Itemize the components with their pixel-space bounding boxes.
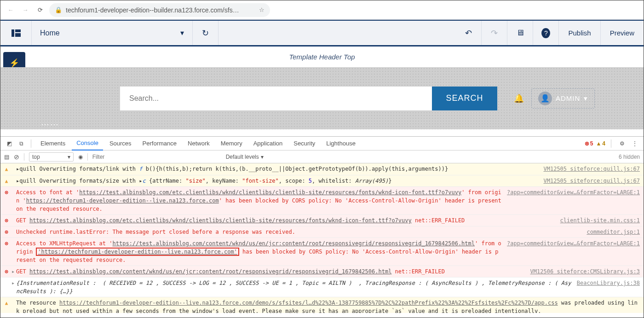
search-group: SEARCH — [120, 87, 497, 110]
sidebar-toggle-icon[interactable]: ▤ — [4, 154, 9, 160]
console-log[interactable]: ▸quill Overwriting formats/link with f b… — [0, 163, 644, 313]
chevron-down-icon: ▾ — [584, 94, 588, 103]
source-link[interactable]: BeaconLibrary.js:38 — [577, 279, 640, 287]
console-row[interactable]: ▸{InstrumentationResult : ( RECEIVED = 1… — [0, 278, 644, 297]
source-link[interactable]: VM12505 siteforce:quill.js:67 — [543, 165, 640, 173]
preview-button[interactable]: Preview — [601, 21, 644, 45]
back-button[interactable]: ← — [5, 5, 16, 16]
source-link[interactable]: commeditor.jsp:1 — [586, 228, 640, 236]
warning-count[interactable]: ▲ 4 — [596, 140, 605, 147]
svg-rect-0 — [12, 29, 14, 37]
template-header-label: Template Header Top — [0, 46, 644, 67]
redo-button[interactable]: ↷ — [482, 21, 507, 45]
help-button[interactable]: ? — [533, 21, 559, 45]
console-row[interactable]: The resource https://techforum1-develope… — [0, 297, 644, 313]
devtools-tab-performance[interactable]: Performance — [138, 137, 181, 150]
browser-chrome: ← → ⟳ 🔒 techforum1-developer-edition--bu… — [0, 0, 644, 20]
log-levels[interactable]: Default levels ▾ — [226, 154, 264, 160]
search-input[interactable] — [120, 87, 432, 110]
settings-icon[interactable]: ⚙ — [617, 140, 627, 147]
svg-rect-1 — [15, 29, 21, 32]
refresh-button[interactable]: ↻ — [193, 21, 218, 45]
source-link[interactable]: clientlib-site.min.css:1 — [560, 216, 640, 225]
console-row[interactable]: Access to font at 'https://test.albinsbl… — [0, 187, 644, 215]
device-toggle-icon[interactable]: ⧉ — [16, 140, 26, 147]
reload-button[interactable]: ⟳ — [34, 5, 46, 16]
devtools-tabs: ◩ ⧉ ElementsConsoleSourcesPerformanceNet… — [0, 137, 644, 150]
live-expression-icon[interactable]: ◉ — [78, 154, 83, 160]
console-toolbar: ▤ ⊘ top▾ ◉ Default levels ▾ 6 hidden — [0, 150, 644, 163]
console-row[interactable]: Unchecked runtime.lastError: The message… — [0, 226, 644, 238]
devtools-tab-lighthouse[interactable]: Lighthouse — [322, 137, 360, 150]
console-row[interactable]: ▸GET https://test.albinsblog.com/content… — [0, 266, 644, 278]
console-row[interactable]: ▸quill Overwriting formats/size with ▸c … — [0, 175, 644, 187]
error-count[interactable]: ⊗ 5 — [585, 140, 593, 147]
toolbar-spacer — [218, 21, 456, 45]
page-selector[interactable]: Home ▾ — [32, 21, 193, 45]
desktop-view-button[interactable]: 🖥 — [507, 21, 533, 45]
devtools-tab-network[interactable]: Network — [183, 137, 214, 150]
devtools-tab-elements[interactable]: Elements — [36, 137, 70, 150]
header-placeholder[interactable]: SEARCH 🔔 👤 ADMIN ▾ ⋯⋯ — [0, 67, 644, 129]
search-button[interactable]: SEARCH — [432, 87, 497, 110]
builder-toolbar: Home ▾ ↻ ↶ ↷ 🖥 ? Publish Preview — [0, 20, 644, 46]
url-text: techforum1-developer-edition--builder.na… — [66, 6, 255, 14]
hidden-count[interactable]: 6 hidden — [619, 154, 640, 160]
address-bar[interactable]: 🔒 techforum1-developer-edition--builder.… — [49, 3, 270, 17]
devtools-tab-console[interactable]: Console — [72, 137, 103, 150]
inspect-icon[interactable]: ◩ — [4, 140, 14, 147]
user-label: ADMIN — [556, 94, 580, 102]
drag-handle[interactable]: ⋯⋯ — [41, 119, 59, 129]
chevron-down-icon: ▾ — [180, 29, 184, 37]
app-logo[interactable] — [0, 21, 32, 45]
source-link[interactable]: VM12506 siteforce:CMSLibrary.js:3 — [530, 267, 640, 276]
console-row[interactable]: GET https://test.albinsblog.com/etc.clie… — [0, 215, 644, 226]
console-row[interactable]: ▸quill Overwriting formats/link with f b… — [0, 163, 644, 175]
page-label: Home — [40, 29, 60, 37]
devtools-panel: ◩ ⧉ ElementsConsoleSourcesPerformanceNet… — [0, 136, 644, 313]
lock-icon: 🔒 — [55, 6, 62, 13]
clear-console-icon[interactable]: ⊘ — [14, 153, 19, 161]
context-selector[interactable]: top▾ — [29, 152, 74, 162]
devtools-tab-application[interactable]: Application — [249, 137, 288, 150]
builder-canvas: ⚡ 🖌 Template Header Top SEARCH 🔔 👤 ADMIN… — [0, 46, 644, 136]
undo-button[interactable]: ↶ — [456, 21, 482, 45]
devtools-tab-sources[interactable]: Sources — [105, 137, 136, 150]
source-link[interactable]: ?app=commeditor&view…&formFactor=LARGE:1 — [507, 239, 640, 248]
filter-input[interactable] — [92, 154, 221, 160]
bookmark-icon[interactable]: ☆ — [259, 6, 264, 13]
publish-button[interactable]: Publish — [559, 21, 600, 45]
console-row[interactable]: Access to XMLHttpRequest at 'https://tes… — [0, 238, 644, 266]
devtools-tab-security[interactable]: Security — [289, 137, 320, 150]
avatar-icon: 👤 — [538, 92, 552, 105]
user-menu[interactable]: 👤 ADMIN ▾ — [531, 88, 595, 109]
source-link[interactable]: ?app=commeditor&view…&formFactor=LARGE:1 — [507, 188, 640, 197]
more-icon[interactable]: ⋮ — [630, 140, 640, 147]
source-link[interactable]: VM12505 siteforce:quill.js:67 — [543, 177, 640, 185]
forward-button[interactable]: → — [20, 5, 31, 16]
notification-icon[interactable]: 🔔 — [514, 93, 524, 104]
devtools-tab-memory[interactable]: Memory — [216, 137, 247, 150]
svg-rect-2 — [15, 33, 21, 37]
